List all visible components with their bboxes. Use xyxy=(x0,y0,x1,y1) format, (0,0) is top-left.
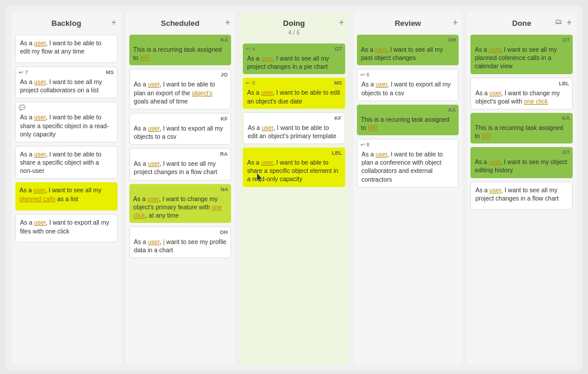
card-text: As a user, I want to see my object editi… xyxy=(475,158,569,174)
column-doing: Doing 4 / 6 + ↩ 4 GT As a user, I want t… xyxy=(239,12,349,365)
column-header-scheduled: Scheduled + xyxy=(129,15,232,31)
card-assignee: OH xyxy=(448,36,456,44)
column-done: Done 🗂 + GT As a user, I want to see all… xyxy=(467,12,576,365)
card-text: As a user, I want to see all my planned … xyxy=(475,45,569,71)
card-text: As a user, I want to export all my files… xyxy=(20,218,113,235)
card-text: As a user, I want to be able to edit my … xyxy=(20,39,113,55)
card-text: As a user, I want to export all my objec… xyxy=(362,80,455,96)
card-number: ↩ 4 xyxy=(246,45,255,52)
card-text: As a user, I want to see all my project … xyxy=(134,159,227,176)
card-assignee: GT xyxy=(562,36,570,44)
column-header-backlog: Backlog + xyxy=(15,15,118,31)
card-assignee: KÄ xyxy=(220,36,228,44)
card-r4[interactable]: ↩ 8 As a user, I want to be able to plan… xyxy=(357,139,459,188)
card-text: As a user, I want to be able to plan a c… xyxy=(362,150,455,183)
card-assignee: JO xyxy=(220,71,228,78)
card-text: This is a recurring task assigned to MR xyxy=(133,45,228,62)
add-card-scheduled[interactable]: + xyxy=(225,18,230,27)
card-text: As a user, I want to be able to share a … xyxy=(20,150,113,175)
card-dn4[interactable]: GT As a user, I want to see my object ed… xyxy=(470,147,573,178)
card-assignee: LBL xyxy=(332,149,342,156)
card-dn5[interactable]: As a user, I want to see all my project … xyxy=(470,182,573,210)
card-assignee: MS xyxy=(106,69,114,76)
column-title-review: Review xyxy=(395,19,421,28)
card-s6[interactable]: OH As a user, I want to see my profile d… xyxy=(129,226,232,258)
card-b3[interactable]: 💬 As a user, I want to be able to share … xyxy=(15,102,118,142)
card-dn2[interactable]: LBL As a user, I want to change my objec… xyxy=(470,78,573,109)
card-s4[interactable]: RA As a user, I want to see all my proje… xyxy=(129,148,232,180)
column-title-doing: Doing xyxy=(283,19,305,28)
card-s1[interactable]: KÄ This is a recurring task assigned to … xyxy=(129,35,232,65)
card-b5[interactable]: As a user, I want to see all my planned … xyxy=(15,182,118,211)
card-assignee: NA xyxy=(220,186,228,193)
card-assignee: GT xyxy=(562,149,570,156)
column-title-scheduled: Scheduled xyxy=(161,19,200,28)
repeat-icon: ↩ 7 xyxy=(19,69,28,76)
card-assignee: LBL xyxy=(559,80,569,87)
column-scheduled: Scheduled + KÄ This is a recurring task … xyxy=(126,12,235,365)
card-assignee: MS xyxy=(334,79,342,86)
card-b6[interactable]: As a user, I want to export all my files… xyxy=(15,214,118,242)
add-card-backlog[interactable]: + xyxy=(111,18,116,27)
card-r1[interactable]: OH As a user, I want to see all my past … xyxy=(357,35,459,65)
card-text: As a user, I want to see all my project … xyxy=(20,78,113,94)
card-text: As a user, I want to be able to share a … xyxy=(247,158,341,183)
card-assignee: KÄ xyxy=(562,115,570,122)
card-d1[interactable]: ↩ 4 GT As a user, I want to see all my p… xyxy=(243,44,345,74)
card-r3[interactable]: KÄ This is a recurring task assigned to … xyxy=(357,105,459,135)
card-text: As a user, I want to be able to edit an … xyxy=(248,123,340,140)
card-assignee: RA xyxy=(220,151,228,158)
card-d4[interactable]: LBL As a user, I want to be able to shar… xyxy=(243,148,345,187)
card-assignee: KF xyxy=(220,115,228,122)
card-text: As a user, I want to change my object's … xyxy=(133,195,228,220)
card-number: ↩ 0 xyxy=(246,79,255,86)
bubble-icon: 💬 xyxy=(19,104,25,111)
kanban-board: Backlog + As a user, I want to be able t… xyxy=(6,6,582,370)
column-header-review: Review + xyxy=(357,15,459,31)
card-text: As a user, I want to be able to plan an … xyxy=(134,80,227,105)
card-text: This is a recurring task assigned to MR xyxy=(361,115,455,132)
column-sub-doing: 4 / 6 xyxy=(288,29,299,36)
card-text: As a user, I want to see my profile data… xyxy=(134,238,227,254)
add-card-review[interactable]: + xyxy=(453,18,457,27)
card-d3[interactable]: KF As a user, I want to be able to edit … xyxy=(243,112,345,144)
card-s2[interactable]: JO As a user, I want to be able to plan … xyxy=(129,69,232,109)
card-s5[interactable]: NA As a user, I want to change my object… xyxy=(129,184,232,223)
card-b1[interactable]: As a user, I want to be able to edit my … xyxy=(15,35,118,63)
column-title-done: Done xyxy=(512,19,532,28)
card-assignee: OH xyxy=(220,229,228,236)
card-b2[interactable]: ↩ 7 MS As a user, I want to see all my p… xyxy=(15,66,118,98)
column-backlog: Backlog + As a user, I want to be able t… xyxy=(12,12,121,365)
card-s3[interactable]: KF As a user, I want to export all my ob… xyxy=(129,113,232,145)
card-text: As a user, I want to export all my objec… xyxy=(134,124,227,141)
card-text: As a user, I want to see all my project … xyxy=(475,186,568,202)
column-header-done: Done 🗂 + xyxy=(470,15,573,31)
card-dn3[interactable]: KÄ This is a recurring task assigned to … xyxy=(470,113,573,143)
column-header-doing: Doing 4 / 6 + xyxy=(243,15,345,40)
card-r2[interactable]: ↩ 6 As a user, I want to export all my o… xyxy=(357,69,459,101)
card-text: As a user, I want to be able to share a … xyxy=(20,113,113,138)
card-text: As a user, I want to see all my project … xyxy=(247,54,341,71)
card-text: As a user, I want to see all my past obj… xyxy=(361,45,455,62)
card-assignee: GT xyxy=(335,45,342,52)
column-title-backlog: Backlog xyxy=(52,19,82,28)
card-b4[interactable]: As a user, I want to be able to share a … xyxy=(15,146,118,179)
card-assignee: KF xyxy=(335,115,342,122)
card-text: As a user, I want to change my object's … xyxy=(475,89,568,105)
card-text: This is a recurring task assigned to MR xyxy=(475,123,569,140)
card-assignee: KÄ xyxy=(448,106,456,113)
add-card-done[interactable]: + xyxy=(567,18,572,27)
folder-icon[interactable]: 🗂 xyxy=(555,18,562,26)
card-dn1[interactable]: GT As a user, I want to see all my plann… xyxy=(470,35,573,74)
card-text: As a user, I want to see all my planned … xyxy=(19,186,113,202)
card-text: As a user, I want to be able to edit an … xyxy=(247,88,341,105)
card-d2[interactable]: ↩ 0 MS As a user, I want to be able to e… xyxy=(243,78,345,108)
card-number: ↩ 8 xyxy=(360,141,370,148)
card-number: ↩ 6 xyxy=(360,71,370,78)
add-card-doing[interactable]: + xyxy=(339,18,344,27)
column-review: Review + OH As a user, I want to see all… xyxy=(353,12,463,365)
